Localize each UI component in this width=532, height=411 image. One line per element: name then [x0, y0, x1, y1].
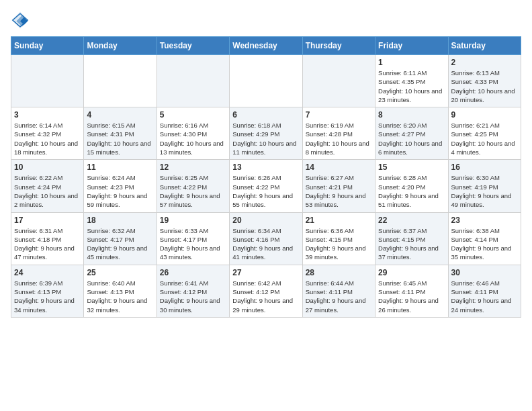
- day-info: Sunrise: 6:24 AMSunset: 4:23 PMDaylight:…: [87, 173, 153, 209]
- day-info: Sunrise: 6:11 AMSunset: 4:35 PMDaylight:…: [378, 68, 445, 104]
- day-number: 22: [378, 216, 445, 225]
- calendar-cell: 16Sunrise: 6:30 AMSunset: 4:19 PMDayligh…: [448, 160, 521, 212]
- day-number: 20: [232, 216, 299, 225]
- header-row: SundayMondayTuesdayWednesdayThursdayFrid…: [11, 37, 521, 55]
- calendar-cell: 20Sunrise: 6:34 AMSunset: 4:16 PMDayligh…: [230, 212, 302, 265]
- col-header-friday: Friday: [375, 37, 448, 55]
- calendar-cell: 23Sunrise: 6:38 AMSunset: 4:14 PMDayligh…: [448, 212, 521, 265]
- calendar-cell: 30Sunrise: 6:46 AMSunset: 4:11 PMDayligh…: [448, 265, 521, 317]
- day-number: 10: [14, 163, 81, 172]
- day-number: 14: [306, 163, 372, 172]
- day-number: 28: [306, 268, 372, 277]
- day-number: 7: [306, 110, 372, 120]
- day-number: 1: [378, 58, 445, 67]
- day-info: Sunrise: 6:30 AMSunset: 4:19 PMDaylight:…: [451, 173, 518, 209]
- calendar-cell: 22Sunrise: 6:37 AMSunset: 4:15 PMDayligh…: [375, 212, 448, 265]
- day-info: Sunrise: 6:21 AMSunset: 4:25 PMDaylight:…: [451, 121, 518, 156]
- day-info: Sunrise: 6:26 AMSunset: 4:22 PMDaylight:…: [232, 173, 299, 209]
- day-info: Sunrise: 6:45 AMSunset: 4:11 PMDaylight:…: [378, 279, 445, 314]
- week-row-1: 1Sunrise: 6:11 AMSunset: 4:35 PMDaylight…: [11, 55, 521, 107]
- day-number: 30: [451, 268, 518, 277]
- calendar-cell: 19Sunrise: 6:33 AMSunset: 4:17 PMDayligh…: [157, 212, 229, 265]
- day-number: 19: [160, 216, 226, 225]
- day-number: 17: [14, 216, 81, 225]
- logo: [11, 11, 32, 30]
- col-header-sunday: Sunday: [11, 37, 84, 55]
- day-number: 8: [378, 110, 445, 120]
- day-info: Sunrise: 6:16 AMSunset: 4:30 PMDaylight:…: [160, 121, 226, 156]
- logo-icon: [11, 11, 30, 30]
- calendar-cell: 29Sunrise: 6:45 AMSunset: 4:11 PMDayligh…: [375, 265, 448, 317]
- day-number: 29: [378, 268, 445, 277]
- calendar-cell: [230, 55, 302, 107]
- calendar-cell: 7Sunrise: 6:19 AMSunset: 4:28 PMDaylight…: [302, 107, 375, 160]
- day-number: 21: [306, 216, 372, 225]
- day-number: 26: [160, 268, 226, 277]
- calendar-cell: 1Sunrise: 6:11 AMSunset: 4:35 PMDaylight…: [375, 55, 448, 107]
- day-number: 3: [14, 110, 81, 120]
- week-row-2: 3Sunrise: 6:14 AMSunset: 4:32 PMDaylight…: [11, 107, 521, 160]
- day-info: Sunrise: 6:19 AMSunset: 4:28 PMDaylight:…: [306, 121, 372, 156]
- day-number: 25: [87, 268, 153, 277]
- col-header-wednesday: Wednesday: [230, 37, 302, 55]
- col-header-tuesday: Tuesday: [157, 37, 229, 55]
- day-info: Sunrise: 6:18 AMSunset: 4:29 PMDaylight:…: [232, 121, 299, 156]
- day-info: Sunrise: 6:28 AMSunset: 4:20 PMDaylight:…: [378, 173, 445, 209]
- day-number: 23: [451, 216, 518, 225]
- calendar-cell: [302, 55, 375, 107]
- day-info: Sunrise: 6:14 AMSunset: 4:32 PMDaylight:…: [14, 121, 81, 156]
- week-row-5: 24Sunrise: 6:39 AMSunset: 4:13 PMDayligh…: [11, 265, 521, 317]
- calendar-cell: 28Sunrise: 6:44 AMSunset: 4:11 PMDayligh…: [302, 265, 375, 317]
- calendar-cell: 21Sunrise: 6:36 AMSunset: 4:15 PMDayligh…: [302, 212, 375, 265]
- day-number: 15: [378, 163, 445, 172]
- day-number: 12: [160, 163, 226, 172]
- day-number: 16: [451, 163, 518, 172]
- day-info: Sunrise: 6:46 AMSunset: 4:11 PMDaylight:…: [451, 279, 518, 314]
- day-info: Sunrise: 6:27 AMSunset: 4:21 PMDaylight:…: [306, 173, 372, 209]
- day-info: Sunrise: 6:42 AMSunset: 4:12 PMDaylight:…: [232, 279, 299, 314]
- col-header-saturday: Saturday: [448, 37, 521, 55]
- day-info: Sunrise: 6:13 AMSunset: 4:33 PMDaylight:…: [451, 68, 518, 104]
- calendar-cell: 17Sunrise: 6:31 AMSunset: 4:18 PMDayligh…: [11, 212, 84, 265]
- day-number: 24: [14, 268, 81, 277]
- day-number: 27: [232, 268, 299, 277]
- day-info: Sunrise: 6:34 AMSunset: 4:16 PMDaylight:…: [232, 226, 299, 262]
- calendar-cell: 12Sunrise: 6:25 AMSunset: 4:22 PMDayligh…: [157, 160, 229, 212]
- day-number: 2: [451, 58, 518, 67]
- calendar-cell: [157, 55, 229, 107]
- week-row-4: 17Sunrise: 6:31 AMSunset: 4:18 PMDayligh…: [11, 212, 521, 265]
- calendar-cell: 11Sunrise: 6:24 AMSunset: 4:23 PMDayligh…: [84, 160, 157, 212]
- calendar-cell: 27Sunrise: 6:42 AMSunset: 4:12 PMDayligh…: [230, 265, 302, 317]
- col-header-thursday: Thursday: [302, 37, 375, 55]
- week-row-3: 10Sunrise: 6:22 AMSunset: 4:24 PMDayligh…: [11, 160, 521, 212]
- header: [11, 11, 521, 30]
- calendar-cell: 9Sunrise: 6:21 AMSunset: 4:25 PMDaylight…: [448, 107, 521, 160]
- calendar-cell: 8Sunrise: 6:20 AMSunset: 4:27 PMDaylight…: [375, 107, 448, 160]
- calendar-cell: 6Sunrise: 6:18 AMSunset: 4:29 PMDaylight…: [230, 107, 302, 160]
- day-number: 9: [451, 110, 518, 120]
- calendar-cell: 4Sunrise: 6:15 AMSunset: 4:31 PMDaylight…: [84, 107, 157, 160]
- day-number: 18: [87, 216, 153, 225]
- day-info: Sunrise: 6:40 AMSunset: 4:13 PMDaylight:…: [87, 279, 153, 314]
- calendar-cell: [11, 55, 84, 107]
- day-info: Sunrise: 6:22 AMSunset: 4:24 PMDaylight:…: [14, 173, 81, 209]
- day-number: 4: [87, 110, 153, 120]
- calendar-cell: 3Sunrise: 6:14 AMSunset: 4:32 PMDaylight…: [11, 107, 84, 160]
- col-header-monday: Monday: [84, 37, 157, 55]
- day-info: Sunrise: 6:25 AMSunset: 4:22 PMDaylight:…: [160, 173, 226, 209]
- calendar-cell: 13Sunrise: 6:26 AMSunset: 4:22 PMDayligh…: [230, 160, 302, 212]
- day-info: Sunrise: 6:31 AMSunset: 4:18 PMDaylight:…: [14, 226, 81, 262]
- day-info: Sunrise: 6:38 AMSunset: 4:14 PMDaylight:…: [451, 226, 518, 262]
- calendar-cell: 5Sunrise: 6:16 AMSunset: 4:30 PMDaylight…: [157, 107, 229, 160]
- day-info: Sunrise: 6:41 AMSunset: 4:12 PMDaylight:…: [160, 279, 226, 314]
- day-number: 6: [232, 110, 299, 120]
- day-number: 11: [87, 163, 153, 172]
- day-number: 5: [160, 110, 226, 120]
- day-info: Sunrise: 6:39 AMSunset: 4:13 PMDaylight:…: [14, 279, 81, 314]
- day-info: Sunrise: 6:36 AMSunset: 4:15 PMDaylight:…: [306, 226, 372, 262]
- day-info: Sunrise: 6:44 AMSunset: 4:11 PMDaylight:…: [306, 279, 372, 314]
- day-info: Sunrise: 6:15 AMSunset: 4:31 PMDaylight:…: [87, 121, 153, 156]
- calendar-cell: [84, 55, 157, 107]
- calendar-cell: 24Sunrise: 6:39 AMSunset: 4:13 PMDayligh…: [11, 265, 84, 317]
- day-info: Sunrise: 6:20 AMSunset: 4:27 PMDaylight:…: [378, 121, 445, 156]
